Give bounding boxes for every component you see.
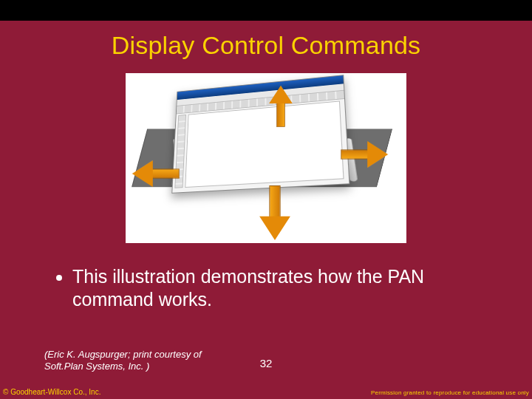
bullet-item: This illustration demonstrates how the P… [72, 265, 488, 312]
bullet-list: This illustration demonstrates how the P… [59, 265, 488, 312]
copyright-line: © Goodheart-Willcox Co., Inc. [3, 388, 100, 396]
pan-arrow-left-icon [131, 160, 180, 187]
slide-number: 32 [260, 357, 273, 369]
cad-canvas [185, 100, 344, 188]
pan-arrow-up-icon [269, 84, 293, 127]
top-black-band [0, 0, 532, 21]
pan-arrow-down-icon [259, 185, 290, 242]
cad-window [171, 75, 349, 194]
permission-line: Permission granted to reproduce for educ… [371, 389, 529, 396]
slide-title: Display Control Commands [0, 31, 532, 60]
pan-illustration [126, 73, 406, 243]
image-attribution: (Eric K. Augspurger; print courtesy of S… [44, 349, 236, 373]
pan-arrow-right-icon [341, 141, 389, 168]
